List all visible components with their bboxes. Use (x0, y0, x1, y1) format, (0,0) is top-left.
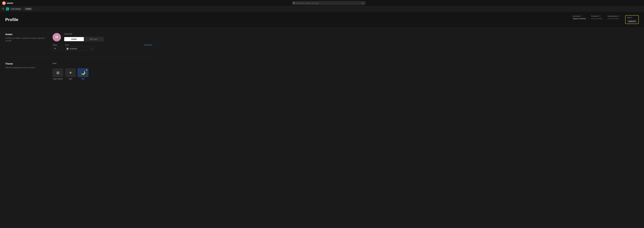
theme-description: Select the appearance of your interface. (5, 66, 47, 69)
profile-header: Profile Username ? Tatyana Fokshina Full… (0, 12, 644, 28)
theme-option-light[interactable]: ☀ Light (65, 69, 76, 80)
svg-point-3 (3, 2, 4, 4)
avatar-title: Avatar (5, 33, 47, 36)
role-label: Role (627, 17, 630, 19)
meta-username: Username ? Tatyana Fokshina (572, 15, 586, 20)
avatar-controls: TF Avatar type Initials 🖼 Image Initials (52, 33, 152, 51)
space-default-icon: ⊞ (56, 71, 60, 75)
theme-controls: Mode ⊞ Space default ☀ Light (52, 63, 152, 80)
app-name: elastic (7, 2, 14, 4)
logo-area: elastic (2, 1, 14, 5)
meta-email: Email address ? None provided (608, 15, 620, 20)
fullname-value: None provided (591, 18, 602, 20)
avatar-fields-row: Initials Color Randomize #CA8EAE ▾ (52, 44, 152, 51)
main-content: Avatar Provide your initials or upload a… (0, 28, 158, 91)
theme-title: Theme (5, 63, 47, 65)
selected-indicator (86, 69, 87, 71)
role-info-icon[interactable]: ? (631, 17, 632, 19)
hamburger-icon[interactable]: ☰ (2, 8, 4, 10)
meta-fullname: Full name ? None provided (591, 15, 602, 20)
email-label: Email address ? (608, 15, 620, 17)
initials-field-group: Initials (52, 44, 63, 51)
top-nav: elastic 🔍 ⌥/ (0, 0, 644, 6)
avatar-row: TF Avatar type Initials 🖼 Image (52, 33, 152, 41)
fullname-label: Full name ? (591, 15, 602, 17)
role-badge: superuser (627, 20, 637, 23)
color-swatch (66, 48, 68, 50)
username-value: Tatyana Fokshina (572, 18, 586, 20)
randomize-button[interactable]: Randomize (144, 44, 152, 46)
avatar-section: Avatar Provide your initials or upload a… (5, 33, 152, 51)
chevron-down-icon: ▾ (92, 48, 92, 50)
avatar-display: TF (52, 33, 61, 41)
theme-option-space-default[interactable]: ⊞ Space default (52, 69, 63, 80)
svg-point-4 (4, 2, 5, 4)
color-label-row: Color Randomize (65, 44, 152, 46)
svg-point-0 (2, 1, 6, 5)
initials-label: Initials (52, 44, 63, 46)
theme-name-space-default: Space default (53, 78, 62, 80)
theme-name-light: Light (69, 78, 72, 80)
avatar-description: Provide your initials or upload an image… (5, 37, 47, 42)
fullname-info-icon[interactable]: ? (599, 15, 600, 17)
email-value: None provided (608, 18, 620, 20)
color-select-dropdown[interactable]: #CA8EAE ▾ (65, 47, 94, 51)
username-info-icon[interactable]: ? (580, 15, 582, 17)
breadcrumb-parent[interactable]: User settings (10, 8, 22, 10)
initials-input[interactable] (52, 47, 63, 51)
avatar-type-panel: Avatar type Initials 🖼 Image (64, 33, 104, 41)
breadcrumb-current: Profile (24, 8, 32, 10)
section-divider-1 (5, 57, 152, 57)
avatar-type-label: Avatar type (64, 33, 104, 35)
search-bar: 🔍 ⌥/ (292, 1, 366, 5)
theme-options: ⊞ Space default ☀ Light 🌙 Dark (52, 69, 152, 80)
profile-meta: Username ? Tatyana Fokshina Full name ? … (572, 15, 639, 24)
theme-section: Theme Select the appearance of your inte… (5, 63, 152, 80)
light-icon: ☀ (69, 71, 72, 75)
role-label-row: Role ? (627, 17, 637, 19)
theme-section-info: Theme Select the appearance of your inte… (5, 63, 47, 80)
username-label: Username ? (572, 15, 586, 17)
theme-icon-space-default: ⊞ (52, 69, 63, 77)
search-shortcut: ⌥/ (361, 2, 364, 4)
meta-role: Role ? superuser (625, 15, 639, 24)
theme-icon-dark: 🌙 (78, 69, 88, 77)
elastic-logo (2, 1, 6, 5)
theme-icon-light: ☀ (65, 69, 76, 77)
initials-toggle-btn[interactable]: Initials (64, 37, 84, 41)
color-field-group: Color Randomize #CA8EAE ▾ (65, 44, 152, 51)
color-hex-value: #CA8EAE (70, 48, 91, 50)
theme-option-dark[interactable]: 🌙 Dark (78, 69, 88, 80)
image-icon: 🖼 (90, 38, 92, 40)
search-input[interactable] (292, 1, 366, 5)
page-title: Profile (5, 17, 18, 22)
color-label: Color (65, 44, 69, 46)
avatar-type-toggle: Initials 🖼 Image (64, 37, 104, 41)
dark-icon: 🌙 (81, 71, 86, 75)
image-toggle-btn[interactable]: 🖼 Image (84, 37, 104, 41)
mode-label: Mode (52, 63, 152, 64)
email-info-icon[interactable]: ? (618, 15, 620, 17)
avatar-section-info: Avatar Provide your initials or upload a… (5, 33, 47, 51)
theme-name-dark: Dark (81, 78, 84, 80)
breadcrumb-chevron: › (23, 8, 24, 10)
user-avatar-badge: D (6, 8, 9, 11)
breadcrumb-bar: ☰ D User settings › Profile (0, 6, 644, 12)
search-icon: 🔍 (293, 2, 295, 4)
